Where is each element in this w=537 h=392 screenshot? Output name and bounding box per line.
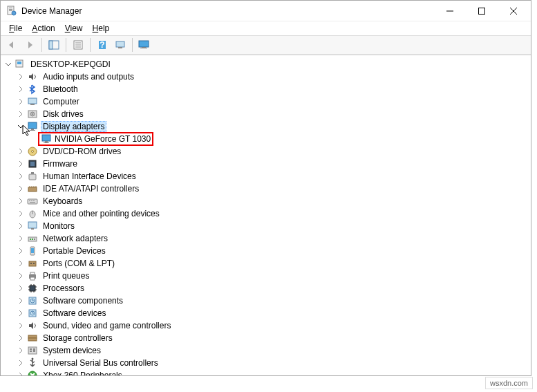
expand-icon[interactable] [16, 97, 26, 106]
watermark: wsxdn.com [485, 377, 533, 389]
svg-rect-47 [29, 200, 30, 201]
menu-action[interactable]: Action [28, 22, 59, 35]
tree-category[interactable]: Audio inputs and outputs [1, 71, 531, 83]
svg-rect-24 [28, 98, 37, 104]
expand-icon[interactable] [16, 246, 26, 256]
expand-icon[interactable] [16, 333, 26, 343]
expand-icon[interactable] [16, 358, 26, 368]
expand-icon[interactable] [16, 159, 26, 169]
tree-category[interactable]: Sound, video and game controllers [1, 319, 531, 332]
tree-category[interactable]: Computer [1, 95, 531, 108]
svg-rect-18 [118, 47, 122, 48]
tree-category[interactable]: Ports (COM & LPT) [1, 257, 531, 270]
expand-icon[interactable] [16, 259, 26, 268]
svg-rect-40 [31, 172, 34, 174]
tree-device[interactable]: NVIDIA GeForce GT 1030 [1, 133, 531, 145]
svg-rect-80 [28, 335, 37, 338]
tree-category[interactable]: Portable Devices [1, 245, 531, 257]
forward-button[interactable] [21, 37, 38, 53]
expand-icon[interactable] [16, 346, 26, 355]
expand-icon[interactable] [16, 296, 26, 306]
tree-category-label: Audio inputs and outputs [41, 71, 136, 82]
expand-icon[interactable] [16, 209, 26, 218]
close-button[interactable] [498, 1, 529, 21]
tree-category-label: DVD/CD-ROM drives [41, 146, 123, 157]
expand-icon[interactable] [16, 184, 26, 194]
tree-category[interactable]: Keyboards [1, 195, 531, 207]
show-hide-tree-button[interactable] [46, 37, 62, 53]
monitor-button[interactable] [136, 37, 153, 53]
titlebar: Device Manager [1, 1, 531, 21]
tree-root[interactable]: DESKTOP-KEPQGDI [1, 58, 531, 71]
expand-icon[interactable] [16, 283, 26, 293]
scan-hardware-button[interactable] [112, 37, 129, 53]
svg-rect-66 [30, 277, 35, 280]
tree-category[interactable]: DVD/CD-ROM drives [1, 145, 531, 158]
expand-icon[interactable] [16, 171, 26, 181]
minimize-button[interactable] [434, 1, 466, 21]
expand-icon[interactable] [16, 221, 26, 231]
expand-icon[interactable] [16, 271, 26, 281]
expand-icon[interactable] [16, 321, 26, 330]
tree-category-label: Ports (COM & LPT) [41, 258, 117, 269]
expand-icon[interactable] [16, 147, 26, 156]
svg-point-63 [33, 263, 35, 264]
toolbar-separator [66, 38, 66, 52]
tree-category[interactable]: IDE ATA/ATAPI controllers [1, 183, 531, 195]
tree-category[interactable]: Mice and other pointing devices [1, 207, 531, 220]
expand-icon[interactable] [16, 371, 26, 375]
help-button[interactable]: ? [94, 37, 111, 53]
back-button[interactable] [3, 37, 20, 53]
svg-rect-46 [28, 199, 37, 204]
tree-category[interactable]: Print queues [1, 270, 531, 282]
tree-category-label: Human Interface Devices [41, 171, 138, 182]
expand-icon[interactable] [16, 84, 26, 94]
svg-rect-34 [44, 142, 49, 143]
device-tree[interactable]: DESKTOP-KEPQGDI Audio inputs and outputs… [1, 55, 531, 375]
svg-rect-20 [142, 47, 146, 48]
tree-category[interactable]: Disk drives [1, 108, 531, 120]
maximize-button[interactable] [466, 1, 498, 21]
expand-icon[interactable] [16, 109, 26, 119]
svg-rect-81 [28, 338, 37, 341]
toolbar-separator [132, 38, 133, 52]
svg-rect-49 [33, 200, 35, 201]
tree-category-label: Firmware [41, 158, 79, 169]
svg-rect-23 [17, 62, 21, 64]
tree-category[interactable]: Software devices [1, 307, 531, 319]
svg-rect-85 [33, 348, 35, 352]
tree-category-label: Network adapters [41, 233, 110, 244]
expand-icon[interactable] [16, 122, 26, 131]
tree-category[interactable]: Xbox 360 Peripherals [1, 369, 531, 375]
svg-point-4 [12, 11, 16, 15]
expand-icon[interactable] [16, 196, 26, 206]
tree-category[interactable]: Display adapters [1, 120, 531, 133]
svg-rect-38 [30, 162, 35, 166]
svg-rect-2 [9, 9, 12, 10]
tree-category[interactable]: Software components [1, 295, 531, 307]
tree-category[interactable]: Firmware [1, 158, 531, 170]
menu-file[interactable]: File [5, 22, 26, 35]
expand-icon[interactable] [16, 72, 26, 82]
tree-category[interactable]: Network adapters [1, 232, 531, 245]
menu-help[interactable]: Help [88, 22, 114, 35]
menu-view[interactable]: View [61, 22, 87, 35]
tree-category[interactable]: Bluetooth [1, 83, 531, 95]
device-manager-icon [6, 6, 17, 17]
tree-category[interactable]: System devices [1, 344, 531, 357]
expand-icon[interactable] [16, 308, 26, 318]
tree-category[interactable]: Monitors [1, 220, 531, 232]
svg-rect-56 [30, 239, 31, 240]
svg-rect-65 [30, 272, 35, 274]
expand-icon[interactable] [3, 59, 13, 69]
svg-rect-48 [31, 200, 32, 201]
expand-icon[interactable] [16, 234, 26, 243]
svg-rect-32 [42, 135, 50, 141]
tree-category[interactable]: Universal Serial Bus controllers [1, 357, 531, 369]
content-area: DESKTOP-KEPQGDI Audio inputs and outputs… [1, 55, 531, 375]
svg-rect-21 [140, 48, 147, 48]
tree-category[interactable]: Human Interface Devices [1, 170, 531, 183]
properties-button[interactable] [70, 37, 86, 53]
tree-category[interactable]: Storage controllers [1, 332, 531, 344]
tree-category[interactable]: Processors [1, 282, 531, 295]
